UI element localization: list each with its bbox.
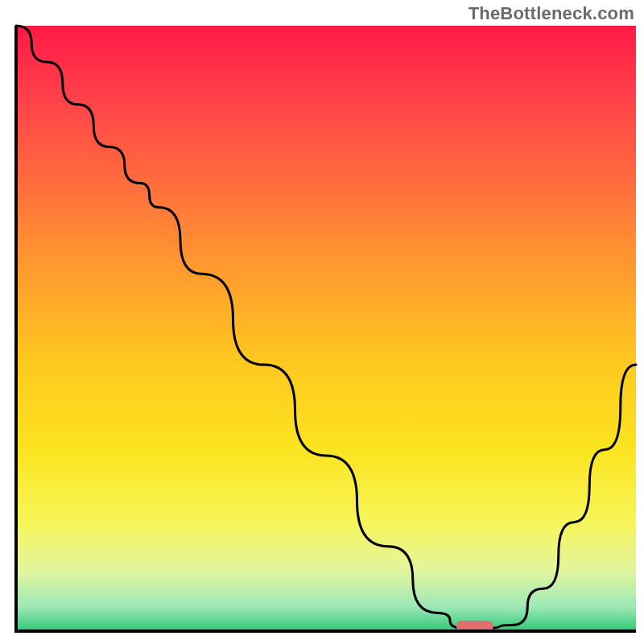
watermark-label: TheBottleneck.com — [469, 3, 634, 24]
chart-background — [16, 26, 636, 631]
chart-container: TheBottleneck.com — [0, 0, 644, 644]
bottleneck-chart — [6, 23, 639, 641]
chart-svg — [6, 23, 639, 641]
